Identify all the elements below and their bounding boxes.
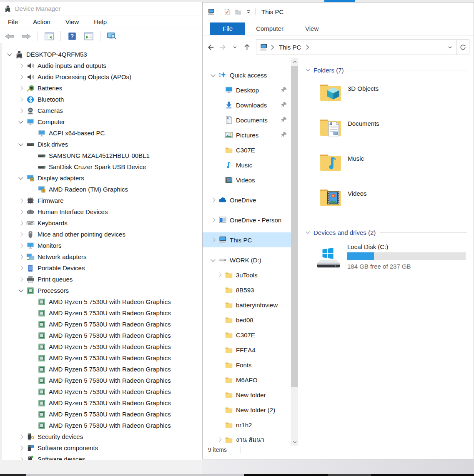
tab-computer[interactable]: Computer: [245, 22, 294, 35]
nav-item-8b593[interactable]: 8B593: [203, 282, 291, 297]
toolbar-dropdown-icon: [246, 9, 251, 14]
tb-console-button[interactable]: [43, 31, 55, 42]
expand-chevron-icon[interactable]: [16, 106, 25, 115]
expand-chevron-icon[interactable]: [208, 195, 218, 204]
collapse-chevron-icon[interactable]: [16, 286, 25, 295]
device-label: Mice and other pointing devices: [38, 231, 125, 238]
expand-chevron-icon[interactable]: [16, 264, 25, 273]
nav-item-this-pc[interactable]: This PC: [203, 232, 291, 247]
expand-chevron-icon[interactable]: [214, 270, 225, 279]
folder-tile[interactable]: Videos: [319, 186, 469, 221]
nav-item-work-d[interactable]: WORK (D:): [203, 252, 291, 267]
nav-item-pictures[interactable]: Pictures: [203, 127, 291, 142]
drive-tile[interactable]: Local Disk (C:)184 GB free of 237 GB: [316, 243, 469, 270]
collapse-chevron-icon[interactable]: [16, 117, 25, 127]
expand-chevron-icon[interactable]: [16, 444, 25, 453]
toolbar-dropdown-button[interactable]: [246, 9, 251, 14]
forward-button[interactable]: [217, 42, 228, 53]
nav-item-label: Downloads: [236, 102, 267, 109]
nav-item-videos[interactable]: Videos: [203, 172, 291, 187]
expand-chevron-icon[interactable]: [16, 432, 25, 441]
expand-chevron-icon[interactable]: [16, 61, 25, 70]
nav-item-onedrive[interactable]: OneDrive: [203, 192, 291, 207]
expand-chevron-icon[interactable]: [16, 196, 25, 205]
nav-item-c307e[interactable]: C307E: [203, 142, 291, 157]
address-bar[interactable]: This PC: [256, 39, 469, 55]
chevron-spacer: [214, 100, 225, 110]
folder-tile[interactable]: Music: [319, 151, 469, 186]
address-dropdown-button[interactable]: [444, 40, 456, 55]
nav-item-documents[interactable]: Documents: [203, 112, 291, 127]
expand-chevron-icon[interactable]: [16, 207, 25, 217]
collapse-chevron-icon[interactable]: [5, 50, 14, 59]
collapse-chevron-icon[interactable]: [16, 174, 25, 183]
nav-item-3utools[interactable]: 3uTools: [203, 267, 291, 282]
nav-item-downloads[interactable]: Downloads: [203, 97, 291, 112]
expand-chevron-icon[interactable]: [16, 84, 25, 93]
expand-chevron-icon[interactable]: [208, 235, 218, 244]
tab-file[interactable]: File: [210, 22, 245, 35]
device-manager-title: Device Manager: [15, 5, 60, 12]
tb-fwd-button[interactable]: [20, 31, 33, 42]
nav-item-batteryinfoview[interactable]: batteryinfoview: [203, 297, 291, 312]
chevron-spacer: [28, 297, 37, 307]
collapse-chevron-icon[interactable]: [303, 65, 313, 75]
nav-item-desktop[interactable]: Desktop: [203, 82, 291, 97]
menu-action[interactable]: Action: [33, 18, 50, 25]
expand-chevron-icon[interactable]: [16, 95, 25, 104]
group-header-devices-and-drives-2[interactable]: Devices and drives (2): [303, 228, 469, 237]
folder-icon: [225, 421, 233, 429]
navigation-scrollbar[interactable]: [291, 58, 298, 446]
nav-item-new-folder-2[interactable]: New folder (2): [203, 402, 291, 417]
scroll-up-button[interactable]: [291, 58, 298, 65]
nav-item-c307e[interactable]: C307E: [203, 327, 291, 342]
breadcrumb-item[interactable]: This PC: [277, 44, 303, 51]
nav-item-music[interactable]: Music: [203, 157, 291, 172]
tab-view[interactable]: View: [294, 22, 329, 35]
menu-help[interactable]: Help: [94, 18, 107, 25]
tb-scan-icon: [107, 32, 117, 40]
folder-tile[interactable]: 3D Objects: [319, 81, 469, 116]
tb-props-button[interactable]: [83, 31, 95, 42]
tb-scan-button[interactable]: [105, 31, 118, 42]
nav-item-quick-access[interactable]: Quick access: [203, 67, 291, 82]
expand-chevron-icon[interactable]: [16, 455, 25, 461]
new-folder-button[interactable]: [235, 8, 242, 15]
nav-item-nr1h2[interactable]: nr1h2: [203, 417, 291, 432]
nav-item-bed08[interactable]: bed08: [203, 312, 291, 327]
collapse-chevron-icon[interactable]: [208, 255, 218, 264]
nav-item-onedrive-person[interactable]: OneDrive - Person: [203, 212, 291, 227]
expand-chevron-icon[interactable]: [16, 241, 25, 250]
folder-tile[interactable]: ADocuments: [319, 116, 469, 151]
expand-chevron-icon[interactable]: [208, 215, 218, 224]
up-button[interactable]: [241, 42, 253, 53]
collapse-chevron-icon[interactable]: [16, 140, 25, 149]
nav-item-fonts[interactable]: Fonts: [203, 357, 291, 372]
nav-item-ffea4[interactable]: FFEA4: [203, 342, 291, 357]
folder-video-icon: [319, 186, 342, 208]
collapse-chevron-icon[interactable]: [208, 70, 218, 80]
tb-help-button[interactable]: ?: [66, 31, 78, 42]
group-header-folders-7[interactable]: Folders (7): [303, 66, 469, 74]
collapse-chevron-icon[interactable]: [303, 228, 313, 237]
menu-view[interactable]: View: [65, 18, 79, 25]
expand-chevron-icon[interactable]: [16, 230, 25, 239]
tb-back-button[interactable]: [3, 31, 16, 42]
this-pc-button[interactable]: [208, 8, 215, 15]
expand-chevron-icon[interactable]: [16, 275, 25, 284]
nav-item-label: 8B593: [236, 287, 254, 294]
recent-locations-dropdown[interactable]: [229, 42, 241, 53]
back-button[interactable]: [205, 42, 216, 53]
scrollbar-thumb[interactable]: [291, 66, 298, 387]
properties-check-button[interactable]: [223, 8, 231, 15]
expand-chevron-icon[interactable]: [16, 252, 25, 262]
expand-chevron-icon[interactable]: [16, 72, 25, 82]
expand-chevron-icon[interactable]: [16, 219, 25, 228]
nav-item-m6afo[interactable]: M6AFO: [203, 372, 291, 387]
content-pane: Folders (7)3D ObjectsADocumentsMusicVide…: [303, 58, 469, 446]
device-label: AMD Ryzen 5 7530U with Radeon Graphics: [49, 422, 171, 429]
group-name: Devices and drives (2): [313, 229, 376, 236]
refresh-button[interactable]: [456, 40, 469, 55]
nav-item-new-folder[interactable]: New folder: [203, 387, 291, 402]
menu-file[interactable]: File: [8, 18, 18, 25]
